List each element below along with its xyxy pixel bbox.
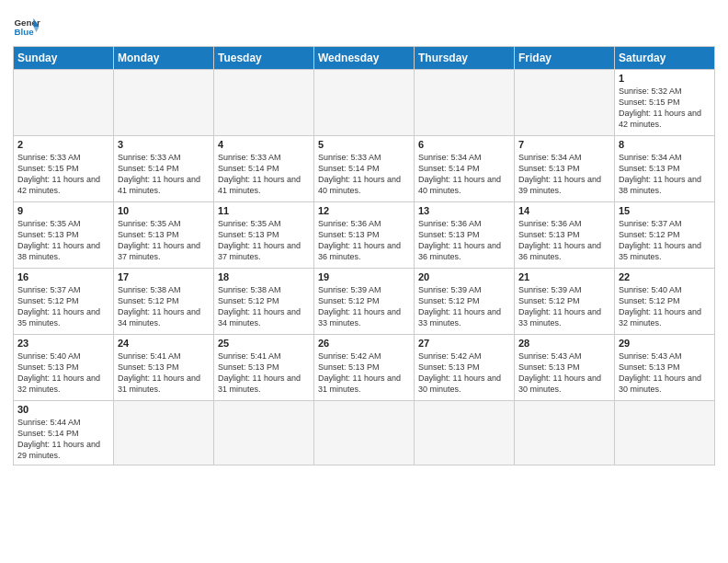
calendar-cell bbox=[214, 70, 314, 136]
day-number: 4 bbox=[218, 139, 310, 150]
cell-info: Sunrise: 5:38 AMSunset: 5:12 PMDaylight:… bbox=[218, 284, 310, 329]
calendar-week-5: 23Sunrise: 5:40 AMSunset: 5:13 PMDayligh… bbox=[14, 335, 715, 401]
cell-info: Sunrise: 5:44 AMSunset: 5:14 PMDaylight:… bbox=[17, 417, 109, 462]
day-number: 22 bbox=[619, 271, 711, 282]
day-number: 11 bbox=[218, 205, 310, 216]
calendar-cell: 6Sunrise: 5:34 AMSunset: 5:14 PMDaylight… bbox=[415, 136, 515, 202]
calendar-cell: 2Sunrise: 5:33 AMSunset: 5:15 PMDaylight… bbox=[14, 136, 114, 202]
weekday-header-monday: Monday bbox=[114, 47, 214, 70]
calendar-cell: 5Sunrise: 5:33 AMSunset: 5:14 PMDaylight… bbox=[314, 136, 415, 202]
svg-text:Blue: Blue bbox=[15, 27, 35, 37]
calendar-cell: 1Sunrise: 5:32 AMSunset: 5:15 PMDaylight… bbox=[615, 70, 715, 136]
calendar-week-4: 16Sunrise: 5:37 AMSunset: 5:12 PMDayligh… bbox=[14, 269, 715, 335]
calendar-cell: 12Sunrise: 5:36 AMSunset: 5:13 PMDayligh… bbox=[314, 202, 415, 269]
calendar-cell: 21Sunrise: 5:39 AMSunset: 5:12 PMDayligh… bbox=[515, 269, 615, 335]
calendar-cell: 29Sunrise: 5:43 AMSunset: 5:13 PMDayligh… bbox=[615, 335, 715, 401]
cell-info: Sunrise: 5:34 AMSunset: 5:13 PMDaylight:… bbox=[518, 152, 610, 197]
day-number: 27 bbox=[418, 338, 510, 349]
cell-info: Sunrise: 5:39 AMSunset: 5:12 PMDaylight:… bbox=[518, 284, 610, 329]
cell-info: Sunrise: 5:35 AMSunset: 5:13 PMDaylight:… bbox=[218, 218, 310, 263]
calendar-week-3: 9Sunrise: 5:35 AMSunset: 5:13 PMDaylight… bbox=[14, 202, 715, 269]
day-number: 18 bbox=[218, 271, 310, 282]
calendar-cell: 13Sunrise: 5:36 AMSunset: 5:13 PMDayligh… bbox=[415, 202, 515, 269]
cell-info: Sunrise: 5:40 AMSunset: 5:13 PMDaylight:… bbox=[17, 350, 109, 396]
cell-info: Sunrise: 5:35 AMSunset: 5:13 PMDaylight:… bbox=[118, 218, 210, 263]
calendar-cell: 27Sunrise: 5:42 AMSunset: 5:13 PMDayligh… bbox=[415, 335, 515, 401]
svg-marker-3 bbox=[34, 27, 40, 32]
calendar-cell bbox=[615, 401, 715, 465]
day-number: 2 bbox=[17, 139, 109, 150]
calendar-cell bbox=[515, 70, 615, 136]
cell-info: Sunrise: 5:36 AMSunset: 5:13 PMDaylight:… bbox=[318, 218, 410, 263]
weekday-header-friday: Friday bbox=[515, 47, 615, 70]
calendar-cell: 9Sunrise: 5:35 AMSunset: 5:13 PMDaylight… bbox=[14, 202, 114, 269]
page: General Blue SundayMondayTuesdayWednesda… bbox=[0, 0, 728, 563]
cell-info: Sunrise: 5:38 AMSunset: 5:12 PMDaylight:… bbox=[118, 284, 210, 329]
calendar-cell: 17Sunrise: 5:38 AMSunset: 5:12 PMDayligh… bbox=[114, 269, 214, 335]
calendar-cell: 10Sunrise: 5:35 AMSunset: 5:13 PMDayligh… bbox=[114, 202, 214, 269]
calendar-cell bbox=[515, 401, 615, 465]
calendar-cell: 19Sunrise: 5:39 AMSunset: 5:12 PMDayligh… bbox=[314, 269, 415, 335]
calendar-cell: 15Sunrise: 5:37 AMSunset: 5:12 PMDayligh… bbox=[615, 202, 715, 269]
day-number: 7 bbox=[518, 139, 610, 150]
day-number: 16 bbox=[17, 271, 109, 282]
cell-info: Sunrise: 5:40 AMSunset: 5:12 PMDaylight:… bbox=[619, 284, 711, 329]
calendar-cell bbox=[114, 70, 214, 136]
calendar-week-2: 2Sunrise: 5:33 AMSunset: 5:15 PMDaylight… bbox=[14, 136, 715, 202]
calendar-cell: 26Sunrise: 5:42 AMSunset: 5:13 PMDayligh… bbox=[314, 335, 415, 401]
header: General Blue bbox=[13, 9, 715, 40]
weekday-header-saturday: Saturday bbox=[615, 47, 715, 70]
calendar-cell bbox=[314, 401, 415, 465]
calendar-cell bbox=[415, 401, 515, 465]
cell-info: Sunrise: 5:41 AMSunset: 5:13 PMDaylight:… bbox=[118, 350, 210, 396]
cell-info: Sunrise: 5:37 AMSunset: 5:12 PMDaylight:… bbox=[619, 218, 711, 263]
day-number: 23 bbox=[17, 338, 109, 349]
calendar-cell bbox=[114, 401, 214, 465]
calendar-cell: 7Sunrise: 5:34 AMSunset: 5:13 PMDaylight… bbox=[515, 136, 615, 202]
day-number: 12 bbox=[318, 205, 410, 216]
calendar-cell: 30Sunrise: 5:44 AMSunset: 5:14 PMDayligh… bbox=[14, 401, 114, 465]
day-number: 28 bbox=[518, 338, 610, 349]
day-number: 26 bbox=[318, 338, 410, 349]
cell-info: Sunrise: 5:41 AMSunset: 5:13 PMDaylight:… bbox=[218, 350, 310, 396]
day-number: 29 bbox=[619, 338, 711, 349]
cell-info: Sunrise: 5:32 AMSunset: 5:15 PMDaylight:… bbox=[619, 86, 711, 131]
cell-info: Sunrise: 5:43 AMSunset: 5:13 PMDaylight:… bbox=[619, 350, 711, 396]
day-number: 25 bbox=[218, 338, 310, 349]
cell-info: Sunrise: 5:42 AMSunset: 5:13 PMDaylight:… bbox=[418, 350, 510, 396]
weekday-header-row: SundayMondayTuesdayWednesdayThursdayFrid… bbox=[14, 47, 715, 70]
day-number: 3 bbox=[118, 139, 210, 150]
calendar-cell bbox=[314, 70, 415, 136]
day-number: 24 bbox=[118, 338, 210, 349]
cell-info: Sunrise: 5:34 AMSunset: 5:14 PMDaylight:… bbox=[418, 152, 510, 197]
calendar-cell: 24Sunrise: 5:41 AMSunset: 5:13 PMDayligh… bbox=[114, 335, 214, 401]
calendar-table: SundayMondayTuesdayWednesdayThursdayFrid… bbox=[13, 46, 715, 465]
day-number: 14 bbox=[518, 205, 610, 216]
calendar-week-6: 30Sunrise: 5:44 AMSunset: 5:14 PMDayligh… bbox=[14, 401, 715, 465]
day-number: 5 bbox=[318, 139, 410, 150]
cell-info: Sunrise: 5:33 AMSunset: 5:15 PMDaylight:… bbox=[17, 152, 109, 197]
cell-info: Sunrise: 5:39 AMSunset: 5:12 PMDaylight:… bbox=[318, 284, 410, 329]
day-number: 6 bbox=[418, 139, 510, 150]
calendar-cell: 28Sunrise: 5:43 AMSunset: 5:13 PMDayligh… bbox=[515, 335, 615, 401]
cell-info: Sunrise: 5:39 AMSunset: 5:12 PMDaylight:… bbox=[418, 284, 510, 329]
cell-info: Sunrise: 5:33 AMSunset: 5:14 PMDaylight:… bbox=[218, 152, 310, 197]
cell-info: Sunrise: 5:43 AMSunset: 5:13 PMDaylight:… bbox=[518, 350, 610, 396]
cell-info: Sunrise: 5:33 AMSunset: 5:14 PMDaylight:… bbox=[318, 152, 410, 197]
calendar-cell: 3Sunrise: 5:33 AMSunset: 5:14 PMDaylight… bbox=[114, 136, 214, 202]
day-number: 15 bbox=[619, 205, 711, 216]
day-number: 17 bbox=[118, 271, 210, 282]
calendar-cell bbox=[415, 70, 515, 136]
calendar-cell: 23Sunrise: 5:40 AMSunset: 5:13 PMDayligh… bbox=[14, 335, 114, 401]
calendar-cell: 22Sunrise: 5:40 AMSunset: 5:12 PMDayligh… bbox=[615, 269, 715, 335]
day-number: 9 bbox=[17, 205, 109, 216]
calendar-cell: 16Sunrise: 5:37 AMSunset: 5:12 PMDayligh… bbox=[14, 269, 114, 335]
day-number: 8 bbox=[619, 139, 711, 150]
day-number: 19 bbox=[318, 271, 410, 282]
day-number: 20 bbox=[418, 271, 510, 282]
day-number: 10 bbox=[118, 205, 210, 216]
calendar-cell: 11Sunrise: 5:35 AMSunset: 5:13 PMDayligh… bbox=[214, 202, 314, 269]
calendar-cell: 8Sunrise: 5:34 AMSunset: 5:13 PMDaylight… bbox=[615, 136, 715, 202]
logo-icon: General Blue bbox=[13, 13, 40, 40]
cell-info: Sunrise: 5:37 AMSunset: 5:12 PMDaylight:… bbox=[17, 284, 109, 329]
